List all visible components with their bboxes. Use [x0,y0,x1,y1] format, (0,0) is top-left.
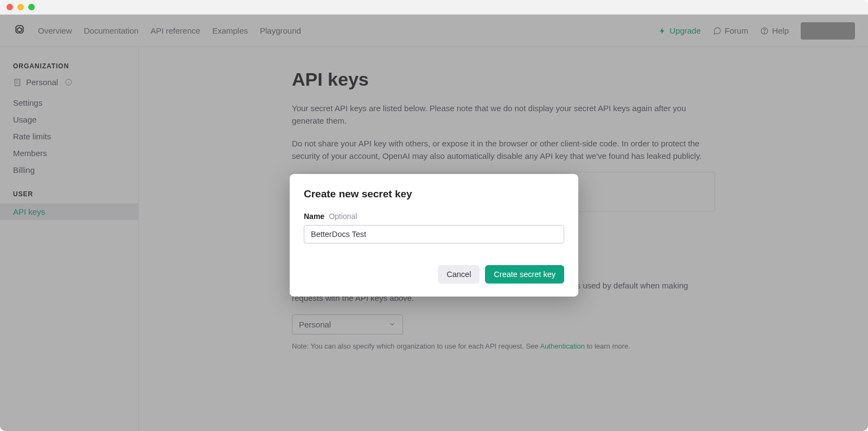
create-secret-key-submit-button[interactable]: Create secret key [485,265,564,284]
name-field-label: Name [304,212,324,221]
window-minimize-dot[interactable] [17,4,24,10]
window-zoom-dot[interactable] [28,4,35,10]
key-name-input[interactable] [304,225,564,243]
window-titlebar [0,0,868,15]
cancel-button[interactable]: Cancel [438,265,480,284]
create-key-modal: Create new secret key Name Optional Canc… [290,174,578,297]
modal-title: Create new secret key [304,188,564,200]
name-field-optional: Optional [329,212,357,221]
window-close-dot[interactable] [7,4,13,10]
modal-scrim[interactable]: Create new secret key Name Optional Canc… [0,15,868,431]
